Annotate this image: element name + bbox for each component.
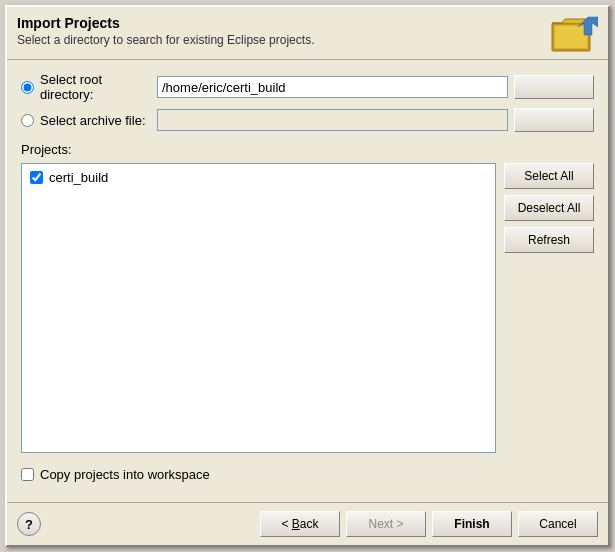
dialog-title: Import Projects	[17, 15, 314, 31]
copy-checkbox-row: Copy projects into workspace	[21, 467, 594, 482]
root-directory-radio[interactable]	[21, 81, 34, 94]
deselect-all-button[interactable]: Deselect All	[504, 195, 594, 221]
next-label: Next >	[368, 517, 403, 531]
project-checkbox[interactable]	[30, 171, 43, 184]
root-directory-row: Select root directory:	[21, 72, 594, 102]
title-bar: Import Projects Select a directory to se…	[7, 7, 608, 60]
select-all-button[interactable]: Select All	[504, 163, 594, 189]
copy-checkbox[interactable]	[21, 468, 34, 481]
nav-buttons: < Back Next > Finish Cancel	[260, 511, 598, 537]
list-item: certi_build	[26, 168, 491, 187]
archive-file-row: Select archive file:	[21, 108, 594, 132]
copy-label[interactable]: Copy projects into workspace	[40, 467, 210, 482]
archive-file-input[interactable]	[157, 109, 508, 131]
archive-file-radio[interactable]	[21, 114, 34, 127]
root-browse-button[interactable]	[514, 75, 594, 99]
content-area: Select root directory: Select archive fi…	[7, 60, 608, 494]
cancel-button[interactable]: Cancel	[518, 511, 598, 537]
archive-file-label[interactable]: Select archive file:	[21, 113, 151, 128]
projects-label: Projects:	[21, 142, 594, 157]
import-projects-dialog: Import Projects Select a directory to se…	[5, 5, 610, 547]
archive-browse-button[interactable]	[514, 108, 594, 132]
root-directory-label[interactable]: Select root directory:	[21, 72, 151, 102]
folder-icon	[550, 15, 598, 55]
projects-area: certi_build Select All Deselect All Refr…	[21, 163, 594, 453]
next-button[interactable]: Next >	[346, 511, 426, 537]
dialog-subtitle: Select a directory to search for existin…	[17, 33, 314, 47]
help-button[interactable]: ?	[17, 512, 41, 536]
projects-list[interactable]: certi_build	[21, 163, 496, 453]
project-name: certi_build	[49, 170, 108, 185]
root-directory-input[interactable]	[157, 76, 508, 98]
refresh-button[interactable]: Refresh	[504, 227, 594, 253]
back-label: Back	[292, 517, 319, 531]
title-text-area: Import Projects Select a directory to se…	[17, 15, 314, 47]
projects-action-buttons: Select All Deselect All Refresh	[504, 163, 594, 453]
button-bar: ? < Back Next > Finish Cancel	[7, 503, 608, 545]
back-button[interactable]: < Back	[260, 511, 340, 537]
finish-button[interactable]: Finish	[432, 511, 512, 537]
